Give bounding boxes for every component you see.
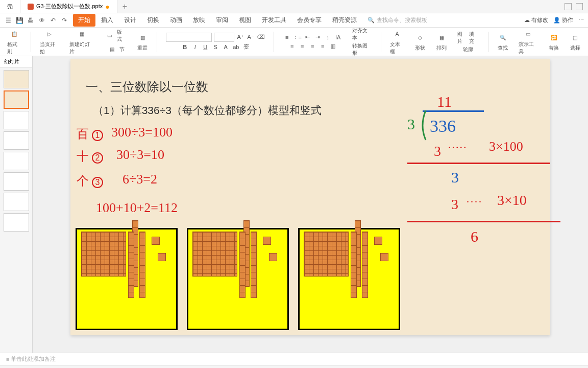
unsaved-indicator[interactable]: ☁ 有修改 xyxy=(524,16,548,24)
bullets-icon[interactable]: ≡ xyxy=(283,33,291,41)
grid-icon[interactable] xyxy=(576,3,583,10)
save-icon[interactable]: 💾 xyxy=(15,16,23,25)
ten-block-b xyxy=(251,232,257,298)
tab-transition[interactable]: 切换 xyxy=(142,14,164,27)
underline-icon[interactable]: U xyxy=(201,43,209,51)
tab-label: G3-三位数除以一位数.pptx xyxy=(36,3,103,10)
hand-r2: 3 xyxy=(451,169,459,186)
play-group[interactable]: ▷ 当页开始 xyxy=(37,28,62,56)
tab-animation[interactable]: 动画 xyxy=(165,14,187,27)
align-justify-icon[interactable]: ≡ xyxy=(318,42,327,51)
font-family-select[interactable] xyxy=(166,33,212,42)
textbox-group[interactable]: A 文本框 xyxy=(387,28,408,56)
outline-btn[interactable]: 轮廓 xyxy=(463,46,473,53)
layout-icon[interactable] xyxy=(565,3,572,10)
tab-member[interactable]: 会员专享 xyxy=(292,14,327,27)
slide-title: 一、三位数除以一位数 xyxy=(86,79,208,95)
ribbon: 📋 格式刷 ▷ 当页开始 ▦ 新建幻灯片 ▭ 版式 ▤ 节 ▧ 重置 A⁺ A⁻… xyxy=(0,28,588,56)
new-slide-group[interactable]: ▦ 新建幻灯片 xyxy=(66,28,97,56)
slide-thumb-7[interactable] xyxy=(4,193,29,211)
tab-view[interactable]: 视图 xyxy=(234,14,256,27)
one-block-a xyxy=(263,237,271,245)
section-icon: ▤ xyxy=(106,44,117,55)
tab-slideshow[interactable]: 放映 xyxy=(188,14,210,27)
document-tab[interactable]: G3-三位数除以一位数.pptx ● xyxy=(20,0,117,13)
dots2: ···· xyxy=(467,196,483,208)
slide-panel[interactable]: 幻灯片 xyxy=(0,56,33,353)
find-group[interactable]: 🔍 查找 xyxy=(494,31,511,53)
arrange-group[interactable]: ▦ 排列 xyxy=(433,31,450,53)
home-icon[interactable]: ☰ xyxy=(4,16,12,25)
shape-group[interactable]: ◇ 形状 xyxy=(411,31,429,53)
print-icon[interactable]: 🖶 xyxy=(27,16,35,25)
pptx-icon xyxy=(28,4,34,10)
slide-thumb-4[interactable] xyxy=(4,131,29,150)
paste-group[interactable]: 📋 格式刷 xyxy=(4,28,25,56)
align-right-icon[interactable]: ≡ xyxy=(308,42,316,51)
line-spacing-icon[interactable]: ↕ xyxy=(324,33,332,41)
notes-bar[interactable]: ≡ 单击此处添加备注 xyxy=(0,353,588,365)
more-icon[interactable]: ⋯ xyxy=(578,17,584,24)
align-left-icon[interactable]: ≡ xyxy=(288,42,296,51)
tab-group: 壳 G3-三位数除以一位数.pptx ● + xyxy=(0,0,132,13)
highlight-icon[interactable]: ab xyxy=(232,43,240,51)
hand-eq2: 30÷3=10 xyxy=(116,147,164,163)
strike-icon[interactable]: S xyxy=(211,43,219,51)
shape-icon: ◇ xyxy=(414,32,426,43)
bold-icon[interactable]: B xyxy=(181,43,189,51)
tab-resources[interactable]: 稻壳资源 xyxy=(327,14,362,27)
new-tab-button[interactable]: + xyxy=(117,2,132,11)
font-size-select[interactable] xyxy=(214,33,234,42)
hand-eq1: 300÷3=100 xyxy=(111,125,173,140)
label: 格式刷 xyxy=(7,41,22,55)
replace-group[interactable]: 🔁 替换 xyxy=(545,31,562,53)
tab-review[interactable]: 审阅 xyxy=(211,14,233,27)
hand-r4: 6 xyxy=(471,228,478,245)
picture-btn[interactable]: 图片 xyxy=(457,31,467,45)
select-group[interactable]: ⬚ 选择 xyxy=(567,31,584,53)
shell-tab[interactable]: 壳 xyxy=(0,0,20,13)
search-placeholder: 查找命令、搜索模板 xyxy=(377,16,427,24)
tab-design[interactable]: 设计 xyxy=(119,14,141,27)
select-icon: ⬚ xyxy=(570,32,581,43)
collab-button[interactable]: 👤 协作 xyxy=(553,16,573,24)
hand-r3note: 3×10 xyxy=(497,192,527,209)
undo-icon[interactable]: ↶ xyxy=(49,16,57,25)
hand-r3: 3 xyxy=(451,196,458,213)
grow-font-icon[interactable]: A⁺ xyxy=(236,33,244,41)
slide-thumb-5[interactable] xyxy=(4,152,29,170)
fill-btn[interactable]: 填充 xyxy=(469,31,479,45)
italic-icon[interactable]: I xyxy=(191,43,199,51)
layout-icon: ▭ xyxy=(104,30,115,41)
layout-group[interactable]: ▭ 版式 ▤ 节 xyxy=(101,28,130,56)
slide-thumb-8[interactable] xyxy=(4,213,29,232)
tab-insert[interactable]: 插入 xyxy=(96,14,118,27)
redo-icon[interactable]: ↷ xyxy=(60,16,68,25)
text-direction-icon[interactable]: IA xyxy=(334,33,342,41)
indent-dec-icon[interactable]: ⇤ xyxy=(303,33,311,41)
shrink-font-icon[interactable]: A⁻ xyxy=(247,33,255,41)
command-search[interactable]: 🔍 查找命令、搜索模板 xyxy=(368,16,427,24)
slide-canvas[interactable]: 一、三位数除以一位数 （1）计算336÷3（每个数位都够分）模型和竖式 百 1 … xyxy=(70,59,550,335)
columns-icon[interactable]: ▥ xyxy=(329,42,337,51)
preview-icon[interactable]: 👁 xyxy=(38,16,46,25)
slide-thumb-1[interactable] xyxy=(4,70,29,88)
presenter-group[interactable]: ▭ 演示工具 xyxy=(516,28,541,56)
slide-thumb-3[interactable] xyxy=(4,111,29,129)
indent-inc-icon[interactable]: ⇥ xyxy=(313,33,322,41)
panel-tab[interactable]: 幻灯片 xyxy=(0,56,32,68)
numbering-icon[interactable]: ⋮≡ xyxy=(293,33,301,41)
redline2 xyxy=(407,221,560,222)
tab-start[interactable]: 开始 xyxy=(73,14,95,27)
effects-icon[interactable]: 变 xyxy=(242,43,250,51)
reset-group[interactable]: ▧ 重置 xyxy=(134,31,151,53)
tab-devtools[interactable]: 开发工具 xyxy=(257,14,291,27)
align-text-group[interactable]: 对齐文本 转换图形 xyxy=(349,26,375,58)
align-center-icon[interactable]: ≡ xyxy=(298,42,306,51)
font-color-icon[interactable]: A xyxy=(222,43,230,51)
slide-thumb-6[interactable] xyxy=(4,172,29,191)
slide-thumb-2[interactable] xyxy=(4,90,29,109)
canvas-area[interactable]: 一、三位数除以一位数 （1）计算336÷3（每个数位都够分）模型和竖式 百 1 … xyxy=(33,56,588,353)
clear-format-icon[interactable]: ⌫ xyxy=(257,33,265,41)
presenter-icon: ▭ xyxy=(523,29,534,40)
